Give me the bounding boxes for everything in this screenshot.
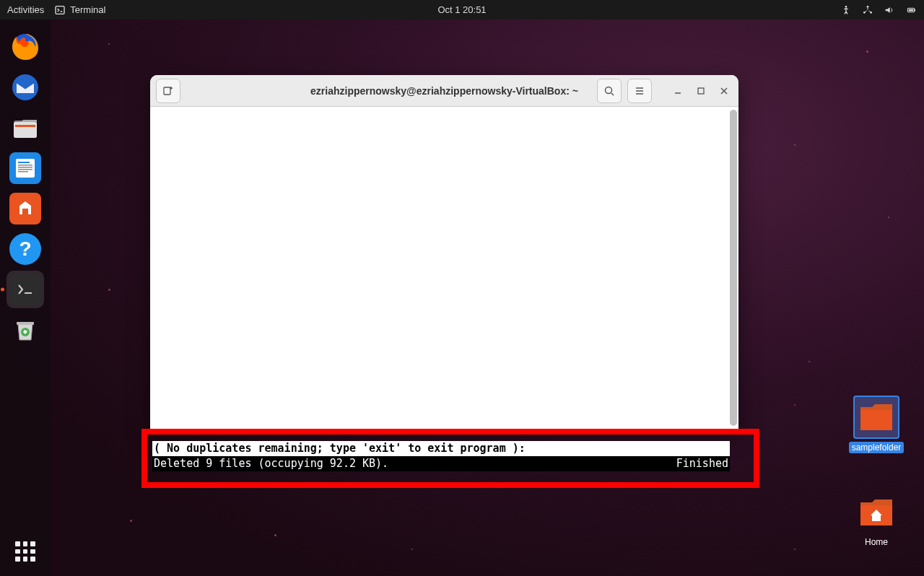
scrollbar[interactable] — [730, 110, 737, 426]
svg-point-2 — [867, 6, 869, 8]
terminal-line-2-left: Deleted 9 files (occupying 92.2 KB). — [154, 456, 388, 471]
dock: ? — [0, 19, 51, 576]
terminal-output: ( No duplicates remaining; type 'exit' t… — [152, 441, 730, 471]
window-title: ezriahzippernowsky@ezriahzippernowsky-Vi… — [310, 85, 578, 97]
accessibility-icon[interactable] — [840, 4, 852, 16]
software-icon — [15, 198, 35, 219]
menu-button[interactable] — [627, 79, 652, 103]
svg-rect-17 — [18, 169, 32, 170]
home-folder-icon — [859, 497, 894, 528]
terminal-icon — [15, 279, 35, 300]
svg-rect-6 — [915, 9, 915, 11]
maximize-icon — [697, 87, 705, 95]
desktop-home-label: Home — [847, 537, 905, 547]
svg-rect-16 — [18, 167, 32, 168]
terminal-line-2: Deleted 9 files (occupying 92.2 KB). Fin… — [152, 456, 730, 471]
network-icon[interactable] — [862, 4, 873, 16]
trash-icon — [11, 315, 40, 344]
svg-rect-7 — [909, 9, 914, 11]
terminal-line-1: ( No duplicates remaining; type 'exit' t… — [152, 441, 730, 456]
top-bar: Activities Terminal Oct 1 20:51 — [0, 0, 924, 19]
writer-icon — [14, 157, 36, 179]
dock-terminal[interactable] — [6, 271, 44, 308]
svg-rect-22 — [164, 87, 170, 95]
desktop-folder-samplefolder[interactable]: samplefolder — [847, 396, 905, 453]
svg-point-1 — [845, 6, 847, 8]
topbar-datetime[interactable]: Oct 1 20:51 — [437, 4, 486, 15]
svg-rect-24 — [698, 88, 704, 94]
dock-help[interactable]: ? — [6, 230, 44, 268]
maximize-button[interactable] — [692, 82, 710, 100]
activities-button[interactable]: Activities — [7, 4, 44, 15]
svg-rect-0 — [56, 6, 64, 14]
svg-point-9 — [12, 74, 38, 100]
hamburger-icon — [634, 85, 645, 97]
dock-thunderbird[interactable] — [6, 69, 44, 106]
search-button[interactable] — [597, 79, 622, 103]
volume-icon[interactable] — [884, 4, 895, 16]
close-icon — [720, 87, 728, 95]
svg-rect-11 — [14, 122, 37, 138]
dock-trash[interactable] — [6, 311, 44, 349]
help-icon: ? — [19, 237, 31, 261]
dock-ubuntu-software[interactable] — [6, 190, 44, 227]
dock-firefox[interactable] — [6, 28, 44, 66]
titlebar[interactable]: ezriahzippernowsky@ezriahzippernowsky-Vi… — [150, 75, 738, 107]
svg-rect-12 — [15, 125, 35, 127]
svg-rect-13 — [16, 159, 35, 178]
new-tab-icon — [162, 85, 174, 97]
search-icon — [603, 85, 615, 97]
desktop-folder-label: samplefolder — [849, 442, 905, 453]
desktop-home[interactable]: Home — [847, 491, 905, 547]
apps-grid-button[interactable] — [9, 536, 41, 567]
terminal-window: ezriahzippernowsky@ezriahzippernowsky-Vi… — [150, 75, 738, 429]
minimize-icon — [674, 87, 682, 95]
dock-files[interactable] — [6, 109, 44, 147]
terminal-line-2-right: Finished — [676, 456, 728, 471]
svg-rect-14 — [18, 162, 30, 163]
thunderbird-icon — [11, 73, 40, 102]
close-button[interactable] — [715, 82, 733, 100]
topbar-app-name: Terminal — [70, 4, 105, 15]
terminal-small-icon — [54, 4, 66, 16]
svg-rect-15 — [18, 165, 32, 166]
terminal-body[interactable] — [150, 107, 738, 429]
dock-libreoffice-writer[interactable] — [6, 149, 44, 187]
firefox-icon — [11, 32, 40, 61]
battery-icon[interactable] — [905, 4, 917, 16]
svg-rect-19 — [22, 209, 28, 214]
files-icon — [11, 113, 40, 142]
folder-icon — [859, 401, 894, 433]
svg-rect-20 — [17, 322, 34, 325]
svg-rect-18 — [18, 171, 28, 173]
new-tab-button[interactable] — [156, 79, 180, 103]
minimize-button[interactable] — [669, 82, 687, 100]
svg-point-23 — [606, 87, 612, 93]
topbar-app[interactable]: Terminal — [54, 4, 105, 16]
